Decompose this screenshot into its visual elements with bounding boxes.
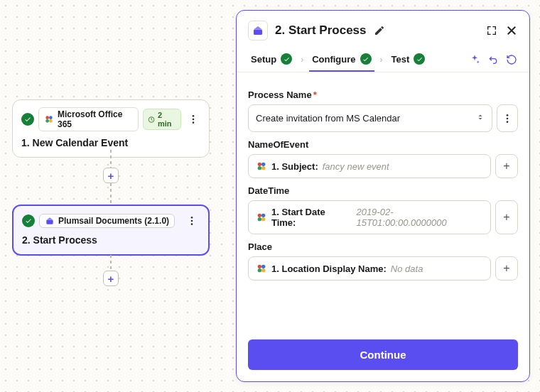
svg-rect-12 <box>254 30 262 36</box>
svg-rect-8 <box>46 220 53 224</box>
chevron-right-icon: › <box>380 55 383 65</box>
tab-label: Setup <box>251 54 276 65</box>
config-panel: 2. Start Process Setup › Configure › Tes… <box>236 10 530 382</box>
tab-check-icon <box>281 53 292 65</box>
close-icon[interactable] <box>505 24 518 37</box>
svg-point-5 <box>192 115 194 117</box>
panel-tabs: Setup › Configure › Test <box>237 48 529 72</box>
node-menu-button[interactable] <box>185 111 200 127</box>
flow-node-new-calendar-event[interactable]: Microsoft Office 365 2 min 1. New Calend… <box>12 99 210 158</box>
undo-icon[interactable] <box>487 53 500 66</box>
panel-body: Process Name* Create invitation from MS … <box>237 72 529 331</box>
svg-point-21 <box>261 214 265 217</box>
token-value: fancy new event <box>323 161 389 172</box>
select-value: Create invitation from MS Calendar <box>256 113 476 124</box>
ms365-icon <box>256 212 267 223</box>
chevron-right-icon: › <box>301 55 303 65</box>
svg-point-7 <box>192 121 194 124</box>
app-badge-label: Plumsail Documents (2.1.0) <box>58 216 169 226</box>
status-check-icon <box>22 214 35 227</box>
ms365-icon <box>44 114 54 124</box>
add-token-button[interactable]: + <box>495 200 518 234</box>
node-menu-button[interactable] <box>184 213 200 229</box>
flow-canvas: Microsoft Office 365 2 min 1. New Calend… <box>0 0 234 392</box>
ms365-icon <box>256 263 267 274</box>
svg-point-17 <box>261 163 265 166</box>
node-title: 2. Start Process <box>22 234 200 246</box>
plumsail-icon <box>45 216 55 226</box>
token-label: 1. Subject: <box>271 161 318 172</box>
add-step-button[interactable]: + <box>103 271 119 286</box>
connector-line <box>110 150 112 168</box>
token-value: No data <box>391 263 423 274</box>
svg-point-26 <box>258 268 261 272</box>
place-input[interactable]: 1. Location Display Name: No data <box>248 256 491 281</box>
required-asterisk: * <box>313 89 317 100</box>
svg-point-16 <box>258 163 261 166</box>
ms365-icon <box>256 160 267 172</box>
token-label: 1. Location Display Name: <box>271 263 387 274</box>
status-check-icon <box>21 113 34 126</box>
node-title: 1. New Calendar Event <box>21 137 200 148</box>
add-token-button[interactable]: + <box>495 154 518 178</box>
datetime-input[interactable]: 1. Start Date Time: 2019-02-15T01:00:00.… <box>248 200 491 234</box>
svg-point-27 <box>261 268 265 272</box>
plumsail-icon <box>248 21 268 40</box>
svg-point-13 <box>507 114 509 116</box>
chevron-updown-icon <box>476 112 485 124</box>
tab-label: Configure <box>312 54 355 65</box>
svg-point-3 <box>49 119 53 123</box>
connector-line <box>110 255 112 271</box>
panel-header: 2. Start Process <box>237 11 529 48</box>
field-label-process-name: Process Name* <box>248 89 518 100</box>
svg-point-2 <box>45 119 49 123</box>
svg-point-23 <box>261 217 265 221</box>
ai-sparkle-icon[interactable] <box>468 53 481 66</box>
connector-line <box>110 183 112 205</box>
tab-configure[interactable]: Configure <box>309 48 374 72</box>
time-badge: 2 min <box>143 109 182 130</box>
node-header: Plumsail Documents (2.1.0) <box>22 213 200 229</box>
node-header: Microsoft Office 365 2 min <box>21 107 200 131</box>
tab-label: Test <box>392 54 410 65</box>
panel-title: 2. Start Process <box>275 23 367 38</box>
process-name-select[interactable]: Create invitation from MS Calendar <box>248 104 492 132</box>
tab-test[interactable]: Test <box>389 48 428 72</box>
svg-point-6 <box>192 119 194 121</box>
app-badge-ms365: Microsoft Office 365 <box>38 107 139 131</box>
time-badge-label: 2 min <box>158 111 177 128</box>
svg-point-25 <box>261 265 265 268</box>
app-badge-plumsail: Plumsail Documents (2.1.0) <box>39 214 175 228</box>
svg-point-24 <box>258 265 261 268</box>
app-badge-label: Microsoft Office 365 <box>58 109 133 129</box>
svg-point-22 <box>258 217 261 221</box>
svg-point-10 <box>191 220 193 222</box>
panel-footer: Continue <box>237 331 529 381</box>
tab-check-icon <box>414 53 425 65</box>
svg-point-20 <box>258 214 261 217</box>
svg-point-11 <box>191 223 193 225</box>
svg-point-18 <box>258 166 261 170</box>
add-step-button[interactable]: + <box>103 168 119 183</box>
field-label-place: Place <box>248 241 518 252</box>
continue-button[interactable]: Continue <box>248 339 518 370</box>
name-of-event-input[interactable]: 1. Subject: fancy new event <box>248 154 491 178</box>
svg-point-0 <box>45 116 49 119</box>
svg-point-14 <box>507 117 509 119</box>
token-label: 1. Start Date Time: <box>271 207 352 228</box>
process-name-more-button[interactable] <box>497 104 518 132</box>
token-value: 2019-02-15T01:00:00.0000000 <box>356 207 483 228</box>
flow-node-start-process[interactable]: Plumsail Documents (2.1.0) 2. Start Proc… <box>12 205 210 256</box>
svg-point-1 <box>49 116 53 119</box>
svg-point-19 <box>261 166 265 170</box>
tab-check-icon <box>360 53 372 65</box>
tab-setup[interactable]: Setup <box>248 48 295 72</box>
edit-title-button[interactable] <box>374 25 385 36</box>
field-label-name-of-event: NameOfEvent <box>248 139 518 150</box>
expand-icon[interactable] <box>485 24 498 37</box>
add-token-button[interactable]: + <box>495 256 518 281</box>
svg-point-9 <box>191 217 193 219</box>
field-label-datetime: DateTime <box>248 185 518 196</box>
refresh-icon[interactable] <box>505 53 518 66</box>
svg-point-15 <box>507 121 509 123</box>
